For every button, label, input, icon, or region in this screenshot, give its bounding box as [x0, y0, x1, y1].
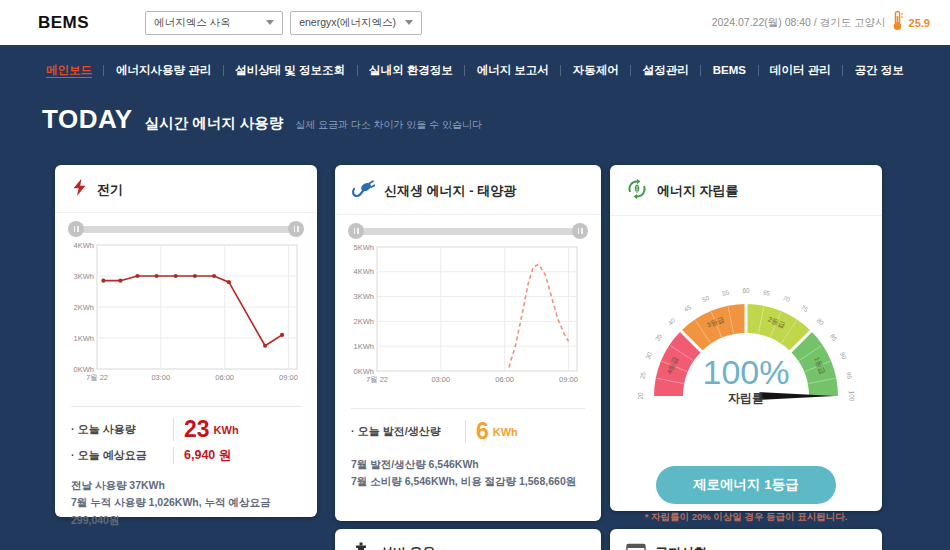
- svg-text:55: 55: [721, 288, 730, 296]
- slider-right-handle[interactable]: [288, 221, 304, 237]
- svg-text:03:00: 03:00: [431, 375, 450, 384]
- recycle-leaf-icon: [626, 178, 648, 204]
- independence-note: * 자립률이 20% 이상일 경우 등급이 표시됩니다.: [610, 511, 882, 524]
- svg-text:1KWh: 1KWh: [74, 334, 94, 343]
- solar-stats: · 오늘 발전/생산량 6 KWh: [351, 408, 585, 443]
- nav-item-2[interactable]: 설비상태 및 정보조회: [235, 63, 345, 78]
- plug-icon: [351, 178, 375, 203]
- stat-label: · 오늘 사용량: [71, 422, 163, 437]
- electric-card: 전기 0KWh1KWh2KWh3KWh4KWh7월 2203:0006:0009…: [55, 165, 317, 517]
- nav-separator: [560, 65, 561, 76]
- electric-footnotes: 전날 사용량 37KWh 7월 누적 사용량 1,026KWh, 누적 예상요금…: [71, 477, 301, 529]
- independence-card-title: 에너지 자립률: [657, 182, 739, 200]
- zero-energy-grade-button[interactable]: 제로에너지 1등급: [656, 466, 836, 504]
- notice-card-header: 공지사항: [610, 529, 882, 550]
- svg-text:2KWh: 2KWh: [74, 303, 94, 312]
- solar-card-title: 신재생 에너지 - 태양광: [384, 182, 516, 200]
- solar-footnotes: 7월 발전/생산량 6,546KWh 7월 소비량 6,546KWh, 비용 절…: [351, 456, 585, 491]
- svg-text:45: 45: [683, 303, 693, 313]
- electric-range-slider[interactable]: [73, 221, 299, 237]
- thermometer-icon: [891, 10, 904, 35]
- nav-item-1[interactable]: 에너지사용량 관리: [116, 63, 211, 78]
- energy-independence-card: 에너지 자립률 20253035404550556065707580859095…: [610, 165, 882, 511]
- stat-divider: [465, 420, 466, 443]
- svg-text:7월 22: 7월 22: [86, 373, 108, 382]
- electric-usage-chart: 0KWh1KWh2KWh3KWh4KWh7월 2203:0006:0009:00: [63, 239, 309, 399]
- solar-generation-chart: 0KWh1KWh2KWh3KWh4KWh5KWh7월 2203:0006:000…: [343, 241, 593, 401]
- bems-logo: BEMS: [38, 13, 89, 33]
- stat-label: · 오늘 발전/생산량: [351, 424, 455, 439]
- svg-text:06:00: 06:00: [495, 375, 514, 384]
- svg-text:100%: 100%: [703, 353, 790, 391]
- equipment-card-header: 설비 운용: [335, 529, 601, 550]
- svg-text:3KWh: 3KWh: [74, 272, 94, 281]
- slider-right-handle[interactable]: [572, 223, 588, 239]
- nav-item-3[interactable]: 실내외 환경정보: [369, 63, 453, 78]
- today-title: TODAY: [42, 104, 133, 135]
- slider-track[interactable]: [355, 228, 581, 235]
- independence-gauge: 202530354045505560657075808590951004등급3등…: [610, 268, 882, 418]
- slider-left-handle[interactable]: [348, 223, 364, 239]
- today-generation-value: 6: [476, 420, 489, 443]
- nav-item-0[interactable]: 메인보드: [46, 63, 92, 78]
- nav-item-9[interactable]: 공간 정보: [855, 63, 904, 78]
- svg-text:80: 80: [816, 316, 826, 326]
- svg-text:85: 85: [829, 333, 839, 343]
- svg-text:65: 65: [762, 288, 771, 296]
- electric-today-usage-row: · 오늘 사용량 23 KWh: [71, 418, 301, 441]
- temperature-value: 25.9: [909, 17, 930, 29]
- stat-divider: [173, 447, 174, 464]
- electric-card-header: 전기: [55, 165, 317, 213]
- nav-separator: [700, 65, 701, 76]
- footnote-line: 7월 누적 사용량 1,026KWh, 누적 예상요금 299,040원: [71, 494, 301, 529]
- navbar: 메인보드에너지사용량 관리설비상태 및 정보조회실내외 환경정보에너지 보고서자…: [0, 45, 950, 95]
- nav-separator: [758, 65, 759, 76]
- site-select[interactable]: 에너지엑스 사옥: [145, 11, 283, 35]
- notice-card-title: 공지사항: [655, 544, 707, 550]
- top-bar: BEMS 에너지엑스 사옥 energyx(에너지엑스) 2024.07.22(…: [0, 0, 950, 45]
- footnote-line: 전날 사용량 37KWh: [71, 477, 301, 494]
- nav-item-8[interactable]: 데이터 관리: [770, 63, 831, 78]
- svg-text:50: 50: [701, 294, 711, 303]
- solar-card: 신재생 에너지 - 태양광 0KWh1KWh2KWh3KWh4KWh5KWh7월…: [335, 165, 601, 521]
- nav-item-5[interactable]: 자동제어: [573, 63, 619, 78]
- equipment-card-title: 설비 운용: [380, 544, 436, 550]
- nav-separator: [357, 65, 358, 76]
- svg-text:4KWh: 4KWh: [74, 241, 94, 250]
- svg-text:09:00: 09:00: [279, 373, 298, 382]
- nav-item-4[interactable]: 에너지 보고서: [477, 63, 549, 78]
- nav-separator: [842, 65, 843, 76]
- svg-text:5KWh: 5KWh: [354, 243, 374, 252]
- notice-card: 공지사항: [610, 529, 882, 550]
- electric-stats: · 오늘 사용량 23 KWh · 오늘 예상요금 6,940 원: [71, 406, 301, 464]
- slider-track[interactable]: [75, 226, 297, 233]
- svg-text:40: 40: [666, 316, 676, 326]
- solar-range-slider[interactable]: [353, 223, 583, 239]
- equipment-icon: [351, 542, 371, 550]
- svg-text:30: 30: [644, 351, 653, 361]
- svg-text:75: 75: [800, 303, 810, 313]
- svg-text:03:00: 03:00: [151, 373, 170, 382]
- nav-separator: [464, 65, 465, 76]
- site-select-value: 에너지엑스 사옥: [154, 16, 230, 30]
- slider-left-handle[interactable]: [68, 221, 84, 237]
- svg-text:25: 25: [638, 371, 646, 380]
- nav-separator: [103, 65, 104, 76]
- equipment-card: 설비 운용: [335, 529, 601, 550]
- chevron-down-icon: [405, 20, 413, 25]
- today-usage-value: 23: [184, 418, 210, 441]
- stat-divider: [173, 418, 174, 441]
- svg-text:06:00: 06:00: [215, 373, 234, 382]
- svg-text:4KWh: 4KWh: [354, 267, 374, 276]
- datetime-text: 2024.07.22(월) 08:40 / 경기도 고양시: [712, 16, 886, 30]
- today-note: 실제 요금과 다소 차이가 있을 수 있습니다: [295, 118, 482, 132]
- nav-item-7[interactable]: BEMS: [713, 64, 746, 76]
- svg-text:7월 22: 7월 22: [366, 375, 388, 384]
- account-select[interactable]: energyx(에너지엑스): [290, 11, 422, 35]
- account-select-value: energyx(에너지엑스): [299, 16, 396, 30]
- svg-text:70: 70: [782, 294, 792, 303]
- electric-expected-cost-row: · 오늘 예상요금 6,940 원: [71, 447, 301, 464]
- chevron-down-icon: [266, 20, 274, 25]
- nav-item-6[interactable]: 설정관리: [643, 63, 689, 78]
- lightning-icon: [71, 178, 88, 201]
